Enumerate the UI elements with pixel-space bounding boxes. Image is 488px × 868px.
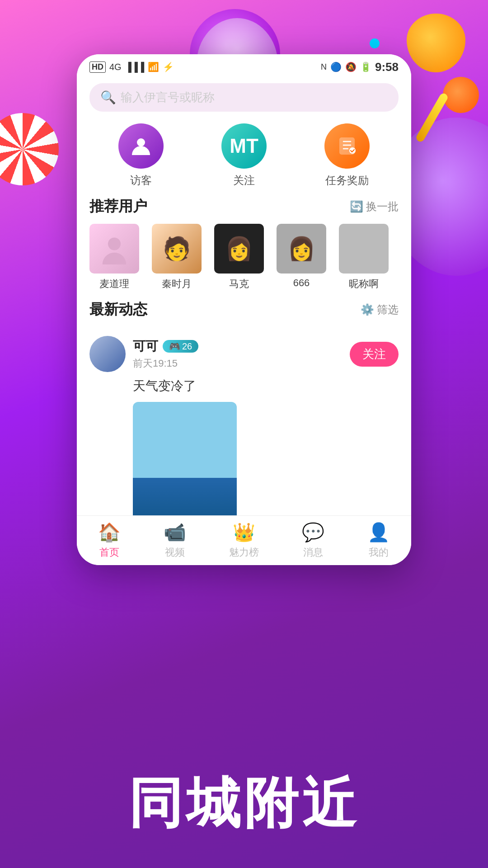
recommended-users-list: 麦道理 🧑 秦时月 👩 马克 👩 666 [77,224,411,300]
phone-frame: HD 4G ▐▐▐ 📶 ⚡ N 🔵 🔕 🔋 9:58 🔍 输入伊言号或昵称 [77,54,411,565]
follow-label: 关注 [233,173,255,188]
rec-user-1[interactable]: 麦道理 [83,224,145,291]
promo-text: 同城附近 [0,767,488,841]
feed-username-1: 可可 [133,338,158,355]
follow-icon: MT [221,123,267,169]
feed-text-1: 天气变冷了 [133,377,399,395]
refresh-action[interactable]: 🔄 换一批 [350,199,399,214]
rec-user-4[interactable]: 👩 666 [270,224,333,291]
rec-user-2[interactable]: 🧑 秦时月 [145,224,208,291]
message-icon: 💬 [302,522,324,543]
quick-actions: 访客 MT 关注 任务奖励 [77,119,411,197]
bluetooth-icon: 🔵 [330,61,342,72]
feed-container: 可可 🎮 26 前天19:15 关注 天气变冷了 � [77,327,411,515]
nav-message-label: 消息 [303,546,323,559]
decorative-blob-cyan [370,38,380,48]
hd-indicator: HD [89,61,106,73]
nav-charm[interactable]: 👑 魅力榜 [229,522,259,559]
recommended-title: 推荐用户 [89,197,147,217]
svg-point-0 [137,138,145,146]
nav-home-label: 首页 [99,546,119,559]
search-bar[interactable]: 🔍 输入伊言号或昵称 [89,83,399,112]
nav-home[interactable]: 🏠 首页 [98,522,121,559]
home-icon: 🏠 [98,522,121,543]
charm-icon: 👑 [233,522,255,543]
search-icon: 🔍 [100,90,116,105]
nav-video[interactable]: 📹 视频 [164,522,186,559]
feed-user-info-1: 可可 🎮 26 前天19:15 [133,338,343,370]
nfc-icon: N [321,62,327,72]
bottom-nav: 🏠 首页 📹 视频 👑 魅力榜 💬 消息 👤 我的 [77,515,411,565]
follow-btn-1[interactable]: 关注 [350,342,399,367]
rec-avatar-4: 👩 [277,224,326,274]
nav-message[interactable]: 💬 消息 [302,522,324,559]
network-indicator: 4G [109,62,122,72]
rec-name-1: 麦道理 [99,277,129,291]
feed-header: 最新动态 ⚙️ 筛选 [77,300,411,327]
feed-title: 最新动态 [89,300,147,320]
search-placeholder: 输入伊言号或昵称 [121,90,215,105]
task-label: 任务奖励 [325,173,369,188]
feed-item-1: 可可 🎮 26 前天19:15 关注 天气变冷了 � [77,327,411,515]
rec-user-3[interactable]: 👩 马克 [208,224,270,291]
status-right: N 🔵 🔕 🔋 9:58 [321,60,399,74]
rec-name-5: 昵称啊 [349,277,379,291]
signal-bars: ▐▐▐ [125,62,145,72]
video-icon: 📹 [164,522,186,543]
recommended-header: 推荐用户 🔄 换一批 [77,197,411,224]
filter-icon: ⚙️ [361,303,374,316]
feed-time-1: 前天19:15 [133,357,343,370]
decorative-blob-orange [407,14,465,72]
status-bar: HD 4G ▐▐▐ 📶 ⚡ N 🔵 🔕 🔋 9:58 [77,54,411,80]
time-display: 9:58 [375,60,399,74]
filter-action[interactable]: ⚙️ 筛选 [361,302,399,317]
task-action[interactable]: 任务奖励 [324,123,370,188]
rec-avatar-5 [339,224,389,274]
rec-avatar-1 [89,224,139,274]
rec-name-2: 秦时月 [162,277,192,291]
mute-icon: 🔕 [345,61,357,72]
feed-image-1 [133,402,237,515]
nav-video-label: 视频 [165,546,185,559]
feed-image-sea [133,478,237,515]
visitor-label: 访客 [130,173,152,188]
rec-avatar-2: 🧑 [152,224,202,274]
task-icon [324,123,370,169]
feed-avatar-1 [89,336,126,372]
decorative-blob-yellow-stick [415,92,449,143]
background: HD 4G ▐▐▐ 📶 ⚡ N 🔵 🔕 🔋 9:58 🔍 输入伊言号或昵称 [0,0,488,868]
svg-point-3 [108,238,121,250]
visitor-action[interactable]: 访客 [118,123,164,188]
wifi-icon: 📶 [148,61,159,72]
battery-icon: 🔋 [360,61,371,72]
nav-mine[interactable]: 👤 我的 [367,522,390,559]
refresh-icon: 🔄 [350,200,363,213]
charge-icon: ⚡ [163,61,174,72]
rec-name-4: 666 [293,277,310,289]
feed-username-row-1: 可可 🎮 26 [133,338,343,355]
nav-mine-label: 我的 [369,546,389,559]
decorative-blob-candy [0,113,59,185]
feed-item-1-header: 可可 🎮 26 前天19:15 关注 [89,336,399,372]
rec-avatar-3: 👩 [214,224,264,274]
decorative-blob-orange2 [443,77,479,113]
nav-charm-label: 魅力榜 [229,546,259,559]
status-left: HD 4G ▐▐▐ 📶 ⚡ [89,61,174,73]
visitor-icon [118,123,164,169]
rec-name-3: 马克 [229,277,249,291]
follow-action[interactable]: MT 关注 [221,123,267,188]
feed-badge-1: 🎮 26 [163,340,198,353]
mine-icon: 👤 [367,522,390,543]
rec-user-5[interactable]: 昵称啊 [333,224,395,291]
